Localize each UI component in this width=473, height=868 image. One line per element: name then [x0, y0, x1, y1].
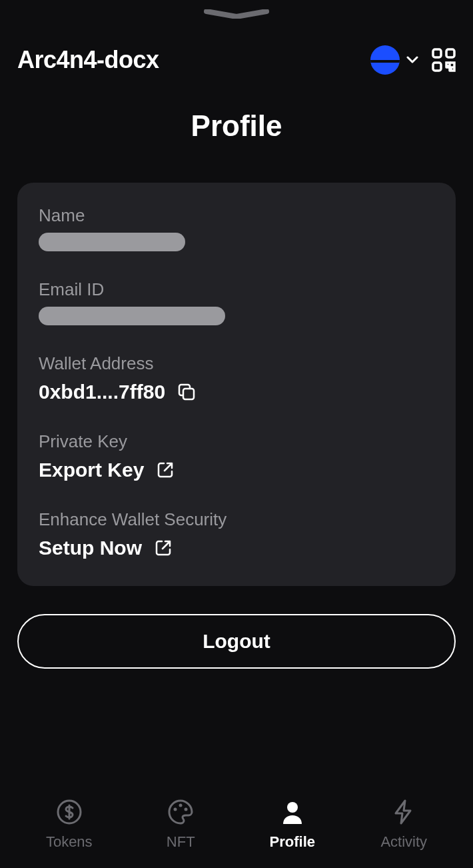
- private-key-field: Private Key Export Key: [39, 431, 434, 481]
- svg-point-7: [185, 808, 188, 811]
- tab-profile-label: Profile: [270, 833, 315, 851]
- svg-rect-1: [446, 49, 454, 57]
- wallet-address: 0xbd1....7ff80: [39, 381, 165, 403]
- svg-rect-3: [183, 389, 194, 399]
- name-value: [39, 233, 434, 251]
- copy-icon[interactable]: [177, 383, 196, 401]
- external-link-icon: [154, 539, 173, 557]
- drag-handle[interactable]: [203, 8, 270, 20]
- tab-nft[interactable]: NFT: [134, 799, 227, 851]
- tab-activity-label: Activity: [380, 833, 427, 851]
- name-field: Name: [39, 205, 434, 251]
- tab-tokens[interactable]: Tokens: [23, 799, 116, 851]
- svg-point-8: [287, 802, 298, 813]
- redacted-email: [39, 307, 225, 325]
- tab-profile[interactable]: Profile: [246, 799, 339, 851]
- logout-button[interactable]: Logout: [17, 614, 456, 669]
- svg-rect-0: [433, 49, 441, 57]
- wallet-field: Wallet Address 0xbd1....7ff80: [39, 353, 434, 403]
- svg-point-5: [174, 808, 177, 811]
- dollar-circle-icon: [56, 799, 83, 825]
- private-key-label: Private Key: [39, 431, 434, 452]
- svg-point-6: [179, 804, 183, 807]
- name-label: Name: [39, 205, 434, 226]
- export-key-button[interactable]: Export Key: [39, 459, 434, 481]
- palette-icon: [167, 799, 194, 825]
- email-field: Email ID: [39, 279, 434, 325]
- wallet-value-row: 0xbd1....7ff80: [39, 381, 434, 403]
- person-icon: [279, 799, 306, 825]
- wallet-label: Wallet Address: [39, 353, 434, 374]
- chevron-down-icon: [406, 56, 418, 64]
- page-title: Profile: [0, 109, 473, 143]
- setup-now-label: Setup Now: [39, 537, 142, 559]
- email-value: [39, 307, 434, 325]
- tab-bar: Tokens NFT Profile Activity: [0, 788, 473, 868]
- qr-scan-icon[interactable]: [432, 48, 456, 72]
- lightning-icon: [390, 799, 417, 825]
- network-icon: [370, 45, 400, 75]
- tab-activity[interactable]: Activity: [357, 799, 450, 851]
- header-actions: [370, 45, 456, 75]
- security-field: Enhance Wallet Security Setup Now: [39, 509, 434, 559]
- svg-rect-2: [433, 63, 441, 71]
- security-label: Enhance Wallet Security: [39, 509, 434, 530]
- network-selector[interactable]: [370, 45, 418, 75]
- tab-nft-label: NFT: [167, 833, 195, 851]
- setup-now-button[interactable]: Setup Now: [39, 537, 434, 559]
- email-label: Email ID: [39, 279, 434, 300]
- export-key-label: Export Key: [39, 459, 144, 481]
- app-title: Arc4n4-docx: [17, 46, 159, 74]
- redacted-name: [39, 233, 185, 251]
- tab-tokens-label: Tokens: [46, 833, 93, 851]
- profile-card: Name Email ID Wallet Address 0xbd1....7f…: [17, 183, 456, 586]
- external-link-icon: [156, 461, 175, 479]
